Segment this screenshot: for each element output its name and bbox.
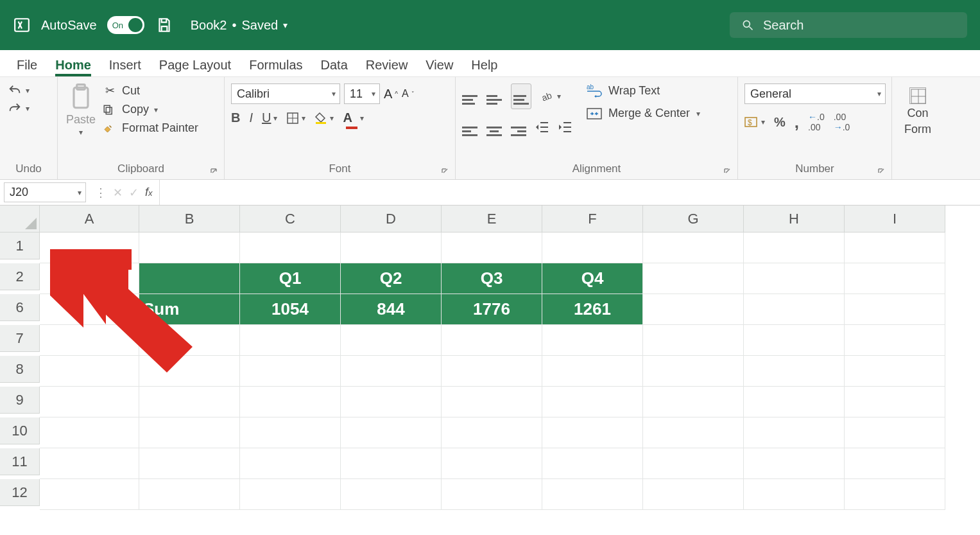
increase-font-button[interactable]: A^ xyxy=(384,87,398,101)
cell[interactable] xyxy=(442,448,542,479)
cell[interactable] xyxy=(643,479,744,510)
cell[interactable] xyxy=(341,417,442,448)
tab-file[interactable]: File xyxy=(17,58,37,76)
tab-review[interactable]: Review xyxy=(366,58,408,76)
tab-view[interactable]: View xyxy=(426,58,453,76)
cell[interactable]: Sum xyxy=(139,294,240,325)
cell[interactable] xyxy=(643,263,744,294)
cell[interactable] xyxy=(542,387,643,417)
enter-formula-icon[interactable]: ✓ xyxy=(129,186,139,200)
cell[interactable] xyxy=(744,479,845,510)
align-bottom-button[interactable] xyxy=(511,83,531,109)
cell[interactable] xyxy=(542,232,643,263)
comma-style-button[interactable]: , xyxy=(795,112,799,132)
align-center-button[interactable] xyxy=(486,117,502,139)
name-box[interactable]: J20 ▾ xyxy=(4,182,86,202)
cell[interactable] xyxy=(845,356,945,387)
row-header-10[interactable]: 10 xyxy=(0,417,40,444)
col-header-D[interactable]: D xyxy=(341,206,442,232)
cell[interactable]: 1776 xyxy=(442,294,542,325)
cell[interactable] xyxy=(240,232,341,263)
cell[interactable]: Q4 xyxy=(542,263,643,294)
cell[interactable] xyxy=(240,448,341,479)
paste-button[interactable]: Paste ▾ xyxy=(64,83,98,137)
row-header-12[interactable]: 12 xyxy=(0,479,40,506)
cell[interactable] xyxy=(643,417,744,448)
cell[interactable] xyxy=(442,417,542,448)
fill-color-button[interactable]: ▾ xyxy=(314,112,334,125)
search-box[interactable]: Search xyxy=(730,12,967,38)
align-left-button[interactable] xyxy=(462,117,477,139)
copy-button[interactable]: Copy ▾ xyxy=(103,103,198,116)
cell[interactable] xyxy=(40,479,139,510)
cell[interactable] xyxy=(845,417,945,448)
undo-button[interactable]: ▾ xyxy=(6,83,30,98)
cell[interactable] xyxy=(341,479,442,510)
col-header-G[interactable]: G xyxy=(643,206,744,232)
cell[interactable] xyxy=(845,479,945,510)
merge-center-button[interactable]: Merge & Center ▾ xyxy=(587,107,700,120)
tab-home[interactable]: Home xyxy=(55,58,91,76)
dialog-launcher-icon[interactable] xyxy=(722,166,732,177)
cell[interactable] xyxy=(744,232,845,263)
increase-decimal-button[interactable]: ←.0.00 xyxy=(808,112,825,132)
cell[interactable] xyxy=(845,232,945,263)
font-size-combo[interactable]: 11 ▾ xyxy=(344,83,380,104)
cell[interactable]: 1261 xyxy=(542,294,643,325)
format-painter-button[interactable]: Format Painter xyxy=(103,121,198,135)
col-header-B[interactable]: B xyxy=(139,206,240,232)
cell[interactable] xyxy=(139,417,240,448)
row-header-9[interactable]: 9 xyxy=(0,387,40,414)
cell[interactable] xyxy=(240,325,341,356)
spreadsheet-grid[interactable]: A B C D E F G H I 1 2 Q1 Q2 Q3 Q4 6 Sum … xyxy=(0,206,980,510)
cell[interactable] xyxy=(40,294,139,325)
cell[interactable] xyxy=(542,356,643,387)
orientation-button[interactable]: ab ▾ xyxy=(540,89,561,103)
insert-function-button[interactable]: fx xyxy=(145,186,153,199)
cell[interactable] xyxy=(240,479,341,510)
cell[interactable] xyxy=(240,356,341,387)
cell[interactable] xyxy=(40,263,139,294)
cell[interactable] xyxy=(40,325,139,356)
align-right-button[interactable] xyxy=(511,117,526,139)
cell[interactable] xyxy=(139,232,240,263)
redo-button[interactable]: ▾ xyxy=(6,101,30,116)
cell[interactable] xyxy=(643,387,744,417)
cell[interactable] xyxy=(542,479,643,510)
cell[interactable] xyxy=(139,263,240,294)
dialog-launcher-icon[interactable] xyxy=(876,166,886,177)
cell[interactable] xyxy=(643,448,744,479)
row-header-2[interactable]: 2 xyxy=(0,263,40,290)
tab-help[interactable]: Help xyxy=(471,58,497,76)
italic-button[interactable]: I xyxy=(249,110,253,125)
cell[interactable] xyxy=(744,263,845,294)
increase-indent-button[interactable] xyxy=(558,121,572,134)
save-button[interactable] xyxy=(155,15,174,35)
dialog-launcher-icon[interactable] xyxy=(209,166,219,177)
cell[interactable] xyxy=(744,448,845,479)
cell[interactable] xyxy=(139,325,240,356)
cell[interactable] xyxy=(542,417,643,448)
cell[interactable]: 1054 xyxy=(240,294,341,325)
cell[interactable] xyxy=(744,294,845,325)
cell[interactable] xyxy=(744,325,845,356)
cell[interactable] xyxy=(139,387,240,417)
cell[interactable] xyxy=(40,417,139,448)
cell[interactable] xyxy=(240,417,341,448)
cell[interactable] xyxy=(139,479,240,510)
font-color-button[interactable]: A ▾ xyxy=(343,110,363,125)
cell[interactable] xyxy=(845,325,945,356)
font-name-combo[interactable]: Calibri ▾ xyxy=(231,83,340,104)
row-header-1[interactable]: 1 xyxy=(0,232,40,259)
cut-button[interactable]: ✂ Cut xyxy=(103,83,198,98)
tab-data[interactable]: Data xyxy=(321,58,348,76)
tab-insert[interactable]: Insert xyxy=(109,58,141,76)
col-header-E[interactable]: E xyxy=(442,206,542,232)
tab-formulas[interactable]: Formulas xyxy=(249,58,302,76)
cell[interactable] xyxy=(845,263,945,294)
cell[interactable] xyxy=(744,387,845,417)
decrease-font-button[interactable]: A˅ xyxy=(402,88,415,100)
cell[interactable] xyxy=(845,448,945,479)
decrease-indent-button[interactable] xyxy=(535,121,549,134)
cell[interactable] xyxy=(542,325,643,356)
